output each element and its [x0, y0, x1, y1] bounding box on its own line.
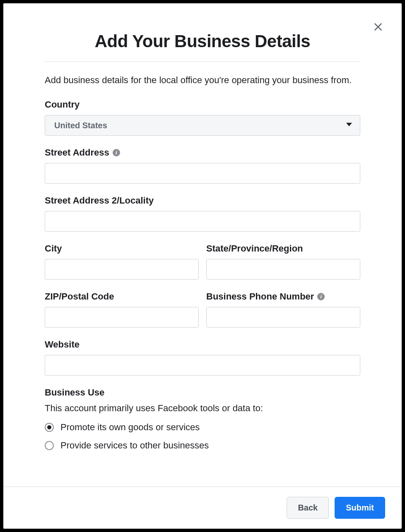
back-button[interactable]: Back: [287, 497, 329, 519]
close-button[interactable]: [373, 22, 383, 32]
phone-group: Business Phone Number i: [206, 291, 360, 328]
website-label: Website: [45, 339, 360, 350]
info-icon[interactable]: i: [317, 293, 325, 300]
modal-subtitle: Add business details for the local offic…: [45, 73, 360, 87]
modal-title: Add Your Business Details: [45, 31, 360, 51]
radio-provide-label: Provide services to other businesses: [60, 440, 209, 451]
country-select-wrapper: United States: [45, 115, 360, 136]
website-group: Website: [45, 339, 360, 376]
state-label: State/Province/Region: [206, 243, 360, 254]
phone-label: Business Phone Number: [206, 291, 314, 302]
business-use-radio-group: Promote its own goods or services Provid…: [45, 422, 360, 451]
state-group: State/Province/Region: [206, 243, 360, 280]
business-use-group: Business Use This account primarily uses…: [45, 387, 360, 451]
country-select[interactable]: United States: [45, 115, 360, 136]
street1-label: Street Address: [45, 147, 109, 158]
business-use-label: Business Use: [45, 387, 360, 398]
street1-group: Street Address i: [45, 147, 360, 184]
business-details-modal: Add Your Business Details Add business d…: [3, 3, 402, 529]
street2-input[interactable]: [45, 211, 360, 232]
modal-content: Add Your Business Details Add business d…: [3, 3, 402, 486]
info-icon[interactable]: i: [113, 149, 120, 156]
street2-group: Street Address 2/Locality: [45, 195, 360, 232]
city-group: City: [45, 243, 199, 280]
zip-label: ZIP/Postal Code: [45, 291, 199, 302]
modal-footer: Back Submit: [3, 486, 402, 529]
divider: [45, 61, 360, 62]
close-icon: [373, 22, 383, 32]
radio-circle-icon: [45, 441, 54, 450]
street2-label: Street Address 2/Locality: [45, 195, 360, 206]
city-label: City: [45, 243, 199, 254]
zip-group: ZIP/Postal Code: [45, 291, 199, 328]
website-input[interactable]: [45, 355, 360, 376]
radio-circle-icon: [45, 423, 54, 432]
country-selected-value: United States: [54, 121, 107, 130]
radio-provide[interactable]: Provide services to other businesses: [45, 440, 360, 451]
phone-input[interactable]: [206, 307, 360, 328]
country-group: Country United States: [45, 99, 360, 136]
street1-input[interactable]: [45, 163, 360, 184]
zip-input[interactable]: [45, 307, 199, 328]
submit-button[interactable]: Submit: [335, 497, 385, 519]
country-label: Country: [45, 99, 360, 110]
state-input[interactable]: [206, 259, 360, 280]
business-use-prompt: This account primarily uses Facebook too…: [45, 403, 360, 414]
radio-promote[interactable]: Promote its own goods or services: [45, 422, 360, 433]
radio-promote-label: Promote its own goods or services: [60, 422, 200, 433]
city-input[interactable]: [45, 259, 199, 280]
